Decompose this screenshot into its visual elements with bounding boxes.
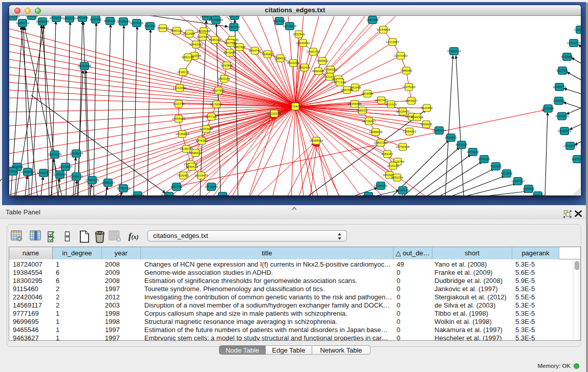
svg-text:10961758: 10961758 [307, 50, 320, 53]
svg-text:1839114: 1839114 [9, 170, 19, 173]
svg-text:15640910: 15640910 [296, 41, 310, 45]
svg-text:15692971: 15692971 [558, 129, 572, 133]
svg-text:16210643: 16210643 [555, 115, 569, 118]
svg-text:1588520: 1588520 [274, 57, 287, 60]
svg-text:17359924: 17359924 [70, 152, 83, 155]
svg-text:16782759: 16782759 [117, 187, 130, 190]
svg-text:7485063: 7485063 [400, 69, 412, 72]
svg-text:10025433: 10025433 [396, 110, 410, 113]
svg-text:9457791: 9457791 [170, 185, 183, 188]
svg-text:1332549: 1332549 [293, 33, 305, 36]
svg-text:18807249: 18807249 [374, 141, 388, 144]
svg-text:11632154: 11632154 [531, 194, 545, 195]
svg-text:9327508: 9327508 [224, 41, 236, 45]
svg-text:2867608: 2867608 [233, 46, 246, 49]
svg-text:6479197: 6479197 [455, 143, 468, 146]
svg-text:10807487: 10807487 [375, 99, 388, 102]
svg-text:12505135: 12505135 [70, 175, 83, 178]
svg-text:8912954: 8912954 [183, 32, 195, 35]
svg-text:9777169: 9777169 [334, 81, 346, 84]
svg-text:7663822: 7663822 [157, 27, 169, 30]
svg-text:1615132: 1615132 [387, 164, 399, 167]
svg-text:1562615: 1562615 [298, 66, 311, 69]
svg-text:9242848: 9242848 [221, 64, 233, 67]
svg-text:9327505: 9327505 [197, 35, 209, 38]
svg-text:9546304: 9546304 [411, 116, 423, 119]
svg-text:1610755: 1610755 [172, 102, 185, 105]
svg-text:10719185: 10719185 [117, 20, 130, 23]
svg-text:16409044: 16409044 [432, 129, 446, 132]
svg-text:8427552: 8427552 [212, 89, 225, 92]
svg-text:18300295: 18300295 [268, 112, 281, 115]
svg-text:19384554: 19384554 [310, 139, 323, 142]
svg-text:7886372: 7886372 [356, 109, 368, 112]
svg-text:12213389: 12213389 [173, 86, 187, 90]
svg-text:16048764: 16048764 [447, 50, 461, 53]
svg-text:16671355: 16671355 [130, 21, 144, 25]
svg-text:2087682: 2087682 [366, 18, 379, 21]
svg-text:1733426: 1733426 [397, 189, 409, 192]
svg-text:11923466: 11923466 [131, 194, 145, 195]
svg-text:14055714: 14055714 [16, 21, 30, 25]
svg-text:10543382: 10543382 [189, 43, 203, 46]
svg-text:10688609: 10688609 [369, 130, 383, 134]
svg-text:12093873: 12093873 [553, 85, 567, 89]
svg-text:19166827: 19166827 [176, 133, 189, 136]
svg-text:12942737: 12942737 [37, 171, 51, 174]
svg-text:6466160: 6466160 [104, 19, 116, 23]
svg-text:8186328: 8186328 [209, 38, 221, 41]
svg-text:20531309: 20531309 [9, 16, 20, 18]
svg-text:20053346: 20053346 [78, 64, 92, 68]
svg-text:2935114: 2935114 [478, 158, 491, 161]
svg-text:6897568: 6897568 [341, 89, 353, 92]
svg-text:15720407: 15720407 [362, 120, 376, 123]
svg-text:10654112: 10654112 [511, 180, 525, 183]
svg-text:9699695: 9699695 [420, 123, 432, 126]
svg-text:8822031: 8822031 [287, 61, 299, 64]
svg-text:20091406: 20091406 [36, 20, 50, 23]
svg-text:9546349: 9546349 [228, 16, 241, 17]
svg-text:9621602: 9621602 [385, 103, 397, 106]
svg-text:9346575: 9346575 [186, 165, 198, 168]
svg-text:8170084: 8170084 [210, 103, 223, 106]
svg-text:7632621: 7632621 [490, 165, 502, 168]
svg-text:2803144: 2803144 [218, 77, 230, 80]
svg-text:15716485: 15716485 [205, 185, 219, 188]
svg-text:5938923: 5938923 [445, 136, 457, 139]
svg-text:8660124: 8660124 [170, 29, 183, 32]
svg-text:12975115: 12975115 [402, 85, 416, 89]
svg-text:10654925: 10654925 [172, 117, 186, 120]
svg-text:8878352: 8878352 [195, 139, 208, 142]
svg-text:12213987: 12213987 [386, 40, 400, 43]
svg-text:1244413: 1244413 [553, 99, 565, 102]
svg-text:11124573: 11124573 [574, 28, 581, 31]
svg-text:7625402: 7625402 [177, 174, 189, 177]
svg-text:7955812: 7955812 [316, 59, 329, 62]
svg-text:7515546: 7515546 [144, 25, 156, 28]
svg-text:10371529: 10371529 [162, 194, 176, 195]
svg-text:11451945: 11451945 [53, 173, 67, 176]
svg-text:1730456: 1730456 [76, 16, 89, 19]
svg-text:20364436: 20364436 [348, 102, 362, 105]
svg-text:12353594: 12353594 [200, 127, 213, 130]
svg-text:9652254: 9652254 [391, 176, 403, 179]
svg-text:18724007: 18724007 [289, 105, 302, 108]
svg-text:3824554: 3824554 [361, 92, 374, 95]
svg-text:9356977: 9356977 [362, 194, 375, 195]
svg-text:19975867: 19975867 [59, 165, 73, 168]
svg-text:9474444: 9474444 [467, 150, 479, 154]
svg-text:19218506: 19218506 [283, 25, 297, 28]
svg-text:14136141: 14136141 [374, 184, 388, 187]
svg-text:16914479: 16914479 [194, 174, 208, 177]
svg-text:5498222: 5498222 [189, 151, 202, 155]
svg-text:8267110: 8267110 [206, 115, 218, 118]
svg-text:16046756: 16046756 [180, 147, 193, 150]
svg-text:10973493: 10973493 [394, 54, 408, 57]
svg-text:16154808: 16154808 [377, 28, 390, 31]
svg-text:10653326: 10653326 [63, 17, 77, 20]
svg-text:16053809: 16053809 [209, 18, 223, 21]
svg-text:10958107: 10958107 [101, 181, 115, 184]
svg-text:6794028: 6794028 [324, 68, 337, 71]
svg-text:18226058: 18226058 [197, 30, 211, 33]
svg-text:8454749: 8454749 [249, 49, 261, 52]
